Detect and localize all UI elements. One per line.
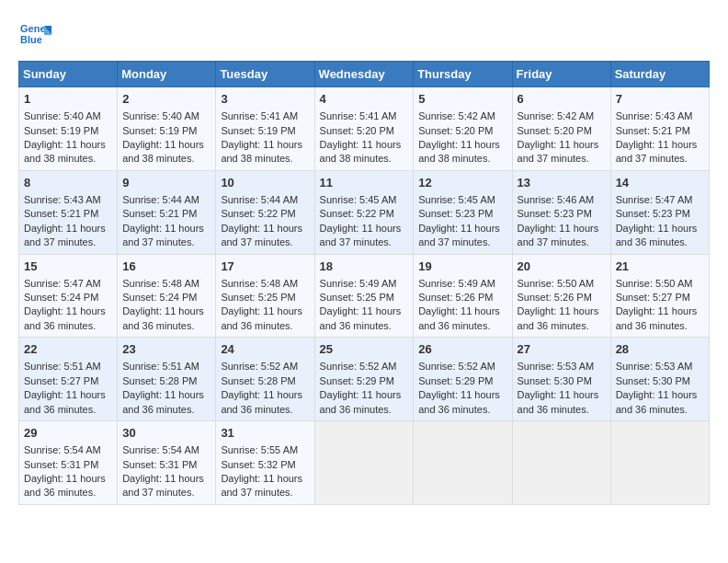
sunrise: Sunrise: 5:49 AM xyxy=(418,278,495,289)
sunrise: Sunrise: 5:43 AM xyxy=(616,110,693,121)
calendar-week-row: 1Sunrise: 5:40 AMSunset: 5:19 PMDaylight… xyxy=(19,87,710,171)
sunrise: Sunrise: 5:55 AM xyxy=(221,444,298,455)
calendar-cell: 10Sunrise: 5:44 AMSunset: 5:22 PMDayligh… xyxy=(216,170,314,254)
calendar-cell: 24Sunrise: 5:52 AMSunset: 5:28 PMDayligh… xyxy=(216,338,314,421)
sunset: Sunset: 5:19 PM xyxy=(24,125,98,136)
sunrise: Sunrise: 5:54 AM xyxy=(122,444,199,455)
daylight: Daylight: 11 hours and 36 minutes. xyxy=(418,389,500,414)
sunset: Sunset: 5:31 PM xyxy=(24,459,98,470)
daylight: Daylight: 11 hours and 36 minutes. xyxy=(24,305,106,330)
daylight: Daylight: 11 hours and 37 minutes. xyxy=(24,223,106,247)
calendar-cell: 14Sunrise: 5:47 AMSunset: 5:23 PMDayligh… xyxy=(610,170,709,254)
sunset: Sunset: 5:20 PM xyxy=(518,125,592,136)
calendar-cell: 13Sunrise: 5:46 AMSunset: 5:23 PMDayligh… xyxy=(512,170,610,254)
day-number: 28 xyxy=(616,341,704,358)
sunrise: Sunrise: 5:42 AM xyxy=(518,110,595,121)
day-number: 31 xyxy=(221,425,309,442)
daylight: Daylight: 11 hours and 37 minutes. xyxy=(616,139,698,164)
daylight: Daylight: 11 hours and 37 minutes. xyxy=(122,223,204,247)
sunrise: Sunrise: 5:45 AM xyxy=(320,194,397,205)
sunset: Sunset: 5:32 PM xyxy=(221,459,295,470)
calendar-week-row: 22Sunrise: 5:51 AMSunset: 5:27 PMDayligh… xyxy=(19,338,710,421)
daylight: Daylight: 11 hours and 36 minutes. xyxy=(616,389,698,414)
calendar-week-row: 15Sunrise: 5:47 AMSunset: 5:24 PMDayligh… xyxy=(19,254,710,338)
day-header-wednesday: Wednesday xyxy=(314,62,414,87)
sunrise: Sunrise: 5:44 AM xyxy=(221,194,298,205)
sunrise: Sunrise: 5:46 AM xyxy=(518,194,595,205)
day-number: 25 xyxy=(320,341,409,358)
sunrise: Sunrise: 5:45 AM xyxy=(418,194,495,205)
day-number: 19 xyxy=(418,259,506,275)
calendar-cell: 16Sunrise: 5:48 AMSunset: 5:24 PMDayligh… xyxy=(118,254,216,338)
day-number: 3 xyxy=(221,91,309,108)
sunset: Sunset: 5:24 PM xyxy=(122,292,197,303)
calendar-cell: 8Sunrise: 5:43 AMSunset: 5:21 PMDaylight… xyxy=(19,170,118,254)
sunrise: Sunrise: 5:41 AM xyxy=(320,110,397,121)
calendar-cell: 11Sunrise: 5:45 AMSunset: 5:22 PMDayligh… xyxy=(314,170,414,254)
sunrise: Sunrise: 5:49 AM xyxy=(320,278,397,289)
sunrise: Sunrise: 5:52 AM xyxy=(221,361,298,372)
calendar-cell xyxy=(314,421,414,505)
sunset: Sunset: 5:20 PM xyxy=(418,125,493,136)
calendar-cell: 18Sunrise: 5:49 AMSunset: 5:25 PMDayligh… xyxy=(314,254,414,338)
sunset: Sunset: 5:29 PM xyxy=(320,375,394,386)
calendar-cell: 28Sunrise: 5:53 AMSunset: 5:30 PMDayligh… xyxy=(610,338,709,421)
sunset: Sunset: 5:28 PM xyxy=(221,375,295,386)
logo-icon: General Blue xyxy=(18,18,51,52)
daylight: Daylight: 11 hours and 38 minutes. xyxy=(320,139,402,164)
daylight: Daylight: 11 hours and 36 minutes. xyxy=(320,305,402,330)
day-number: 8 xyxy=(24,175,112,191)
daylight: Daylight: 11 hours and 37 minutes. xyxy=(320,223,402,247)
sunset: Sunset: 5:27 PM xyxy=(616,292,690,303)
day-header-saturday: Saturday xyxy=(610,62,709,87)
sunrise: Sunrise: 5:53 AM xyxy=(616,361,693,372)
calendar-cell: 30Sunrise: 5:54 AMSunset: 5:31 PMDayligh… xyxy=(118,421,216,505)
day-header-tuesday: Tuesday xyxy=(216,62,314,87)
day-number: 4 xyxy=(320,91,409,108)
day-number: 29 xyxy=(24,425,112,442)
daylight: Daylight: 11 hours and 36 minutes. xyxy=(221,305,302,330)
sunrise: Sunrise: 5:42 AM xyxy=(418,110,495,121)
calendar-cell: 19Sunrise: 5:49 AMSunset: 5:26 PMDayligh… xyxy=(414,254,512,338)
sunrise: Sunrise: 5:41 AM xyxy=(221,110,298,121)
calendar-cell: 5Sunrise: 5:42 AMSunset: 5:20 PMDaylight… xyxy=(414,87,512,171)
calendar-cell: 21Sunrise: 5:50 AMSunset: 5:27 PMDayligh… xyxy=(610,254,709,338)
sunrise: Sunrise: 5:43 AM xyxy=(24,194,101,205)
day-number: 11 xyxy=(320,175,409,191)
day-number: 10 xyxy=(221,175,309,191)
sunset: Sunset: 5:21 PM xyxy=(616,125,690,136)
sunset: Sunset: 5:26 PM xyxy=(418,292,493,303)
calendar-cell: 3Sunrise: 5:41 AMSunset: 5:19 PMDaylight… xyxy=(216,87,314,171)
day-number: 18 xyxy=(320,259,409,275)
daylight: Daylight: 11 hours and 36 minutes. xyxy=(518,305,599,330)
sunrise: Sunrise: 5:52 AM xyxy=(320,361,397,372)
sunrise: Sunrise: 5:51 AM xyxy=(122,361,199,372)
calendar-header-row: SundayMondayTuesdayWednesdayThursdayFrid… xyxy=(19,62,710,87)
calendar-cell: 29Sunrise: 5:54 AMSunset: 5:31 PMDayligh… xyxy=(19,421,118,505)
day-number: 20 xyxy=(518,259,606,275)
daylight: Daylight: 11 hours and 36 minutes. xyxy=(24,389,106,414)
daylight: Daylight: 11 hours and 37 minutes. xyxy=(122,473,204,498)
calendar-cell xyxy=(512,421,610,505)
page-header: General Blue xyxy=(18,18,710,52)
day-header-thursday: Thursday xyxy=(414,62,512,87)
day-number: 7 xyxy=(616,91,704,108)
day-number: 30 xyxy=(122,425,210,442)
calendar-cell: 26Sunrise: 5:52 AMSunset: 5:29 PMDayligh… xyxy=(414,338,512,421)
day-number: 23 xyxy=(122,341,210,358)
sunrise: Sunrise: 5:47 AM xyxy=(24,278,101,289)
day-number: 5 xyxy=(418,91,506,108)
calendar-cell xyxy=(414,421,512,505)
sunset: Sunset: 5:23 PM xyxy=(616,208,690,219)
sunset: Sunset: 5:22 PM xyxy=(320,208,394,219)
day-number: 6 xyxy=(518,91,606,108)
sunset: Sunset: 5:30 PM xyxy=(616,375,690,386)
daylight: Daylight: 11 hours and 36 minutes. xyxy=(122,389,204,414)
calendar-week-row: 8Sunrise: 5:43 AMSunset: 5:21 PMDaylight… xyxy=(19,170,710,254)
daylight: Daylight: 11 hours and 37 minutes. xyxy=(221,473,302,498)
sunrise: Sunrise: 5:52 AM xyxy=(418,361,495,372)
day-number: 27 xyxy=(518,341,606,358)
sunrise: Sunrise: 5:48 AM xyxy=(221,278,298,289)
sunrise: Sunrise: 5:53 AM xyxy=(518,361,595,372)
sunrise: Sunrise: 5:50 AM xyxy=(616,278,693,289)
